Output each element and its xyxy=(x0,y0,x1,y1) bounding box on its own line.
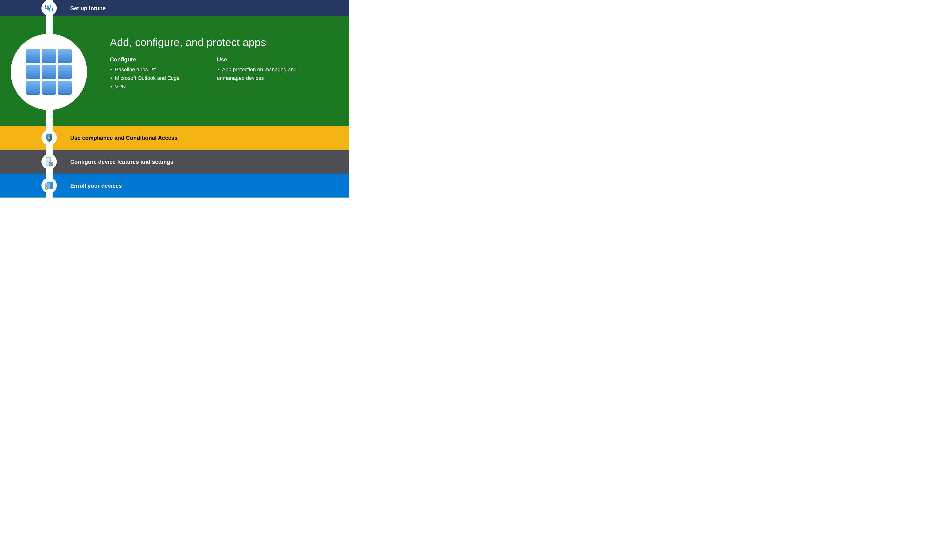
step-title-apps: Add, configure, and protect apps xyxy=(110,36,266,49)
svg-rect-9 xyxy=(26,65,40,79)
step-node-features xyxy=(42,154,57,169)
svg-point-1 xyxy=(48,6,49,8)
apps-grid-icon xyxy=(23,46,74,97)
svg-rect-13 xyxy=(42,81,56,95)
step-node-setup xyxy=(42,0,57,16)
svg-rect-17 xyxy=(47,158,50,164)
step-apps-columns: Configure Baseline apps list Microsoft O… xyxy=(110,56,340,91)
column-heading: Configure xyxy=(110,56,200,63)
svg-line-24 xyxy=(52,165,52,166)
list-item: Microsoft Outlook and Edge xyxy=(110,74,200,82)
svg-rect-7 xyxy=(42,49,56,63)
svg-rect-8 xyxy=(58,49,72,63)
svg-line-25 xyxy=(52,162,52,163)
list-item: VPN xyxy=(110,82,200,91)
svg-rect-15 xyxy=(48,137,50,139)
column-list: App protection on managed and unmanaged … xyxy=(217,65,301,82)
step-label-setup: Set up Intune xyxy=(70,5,106,12)
intune-steps-diagram: Set up Intune Add, configure, and protec xyxy=(0,0,349,210)
step-label-features: Configure device features and settings xyxy=(70,158,173,165)
device-gear-icon xyxy=(45,157,54,166)
list-item: Baseline apps list xyxy=(110,65,200,74)
step-node-enroll xyxy=(42,178,57,193)
monitor-icon xyxy=(45,4,53,12)
column-list: Baseline apps list Microsoft Outlook and… xyxy=(110,65,200,91)
svg-rect-14 xyxy=(58,81,72,95)
column-configure: Configure Baseline apps list Microsoft O… xyxy=(110,56,200,91)
svg-rect-12 xyxy=(26,81,40,95)
svg-point-27 xyxy=(50,163,51,165)
device-add-icon xyxy=(45,181,54,190)
step-node-compliance xyxy=(42,130,57,145)
list-item: App protection on managed and unmanaged … xyxy=(217,65,301,82)
step-label-enroll: Enroll your devices xyxy=(70,183,122,189)
shield-lock-icon xyxy=(45,133,53,142)
svg-rect-11 xyxy=(58,65,72,79)
step-node-apps xyxy=(11,34,87,110)
svg-rect-6 xyxy=(26,49,40,63)
step-label-compliance: Use compliance and Conditional Access xyxy=(70,135,177,141)
svg-rect-10 xyxy=(42,65,56,79)
column-use: Use App protection on managed and unmana… xyxy=(217,56,301,91)
column-heading: Use xyxy=(217,56,301,63)
